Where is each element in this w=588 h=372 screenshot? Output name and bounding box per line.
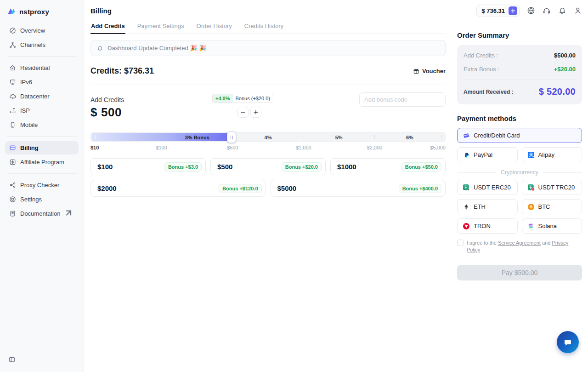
agreement-checkbox[interactable] bbox=[457, 240, 464, 246]
preset-5000-button[interactable]: $5000 Bonus +$400.0 bbox=[271, 180, 446, 197]
bonus-code-field bbox=[359, 92, 446, 107]
preset-bonus-chip: Bonus +$3.0 bbox=[164, 162, 202, 172]
preset-amount: $1000 bbox=[337, 163, 356, 171]
billing-icon bbox=[9, 144, 16, 151]
payment-method-tron[interactable]: TRON bbox=[457, 218, 518, 234]
sidebar-spacer bbox=[4, 221, 79, 354]
preset-bonus-chip: Bonus +$50.0 bbox=[401, 162, 441, 172]
slider-track[interactable]: 3% Bonus 4% 5% 6% bbox=[90, 132, 446, 142]
agreement-conjunction: and bbox=[542, 240, 550, 246]
payment-method-solana[interactable]: Solana bbox=[522, 218, 582, 234]
language-globe-icon[interactable] bbox=[527, 6, 535, 15]
sidebar-item-label: Residential bbox=[20, 64, 50, 71]
sidebar-item-label: Channels bbox=[20, 41, 45, 48]
preset-2000-button[interactable]: $2000 Bonus +$120.0 bbox=[90, 180, 266, 197]
preset-100-button[interactable]: $100 Bonus +$3.0 bbox=[90, 158, 206, 175]
sidebar-divider bbox=[7, 56, 77, 57]
sidebar-item-label: Mobile bbox=[20, 121, 38, 128]
bonus-code-input[interactable] bbox=[360, 93, 446, 106]
usdt-erc20-icon bbox=[463, 184, 470, 191]
sidebar-item-datacenter[interactable]: Datacenter bbox=[5, 90, 79, 103]
page-title: Billing bbox=[90, 7, 112, 15]
pay-button[interactable]: Pay $500.00 bbox=[457, 265, 582, 280]
payment-method-alipay[interactable]: Alipay bbox=[522, 147, 582, 162]
add-credits-block: Add Credits +4.0% Bonus (+$20.0) $500 bbox=[90, 92, 446, 126]
sidebar-item-overview[interactable]: Overview bbox=[5, 24, 79, 37]
decrease-amount-button[interactable] bbox=[237, 107, 249, 118]
brand-name: nstproxy bbox=[19, 8, 49, 16]
solana-icon bbox=[527, 223, 535, 230]
sidebar-item-documentation[interactable]: Documentation bbox=[5, 207, 79, 220]
sidebar-divider bbox=[7, 173, 77, 174]
amount-slider[interactable]: 3% Bonus 4% 5% 6% $10 $100 $500 $1,000 $… bbox=[90, 132, 446, 151]
payment-method-usdt-erc20[interactable]: USDT ERC20 bbox=[457, 180, 518, 195]
agreement-text: I agree to the Service Agreement and Pri… bbox=[467, 240, 582, 253]
top-header: Billing $ 736.31 bbox=[90, 0, 582, 19]
add-funds-button[interactable] bbox=[509, 6, 517, 15]
service-agreement-link[interactable]: Service Agreement bbox=[498, 240, 541, 246]
slider-handle[interactable] bbox=[227, 132, 236, 143]
increase-amount-button[interactable] bbox=[250, 107, 261, 118]
payment-method-card[interactable]: Credit/Debit Card bbox=[457, 128, 582, 143]
sidebar-item-channels[interactable]: Channels bbox=[5, 38, 79, 52]
payment-method-usdt-trc20[interactable]: USDT TRC20 bbox=[522, 180, 582, 195]
credit-amount-value: 500 bbox=[101, 105, 122, 120]
scale-label: $500 bbox=[227, 145, 238, 150]
tab-order-history[interactable]: Order History bbox=[196, 19, 232, 34]
scale-label: $100 bbox=[156, 145, 167, 150]
brand-logo[interactable]: nstproxy bbox=[4, 6, 79, 23]
sidebar-item-label: Overview bbox=[20, 27, 45, 34]
payment-method-btc[interactable]: B BTC bbox=[522, 199, 582, 214]
account-user-icon[interactable] bbox=[574, 6, 582, 15]
mobile-icon bbox=[9, 121, 16, 128]
payment-method-label: TRON bbox=[474, 223, 491, 229]
slider-tick bbox=[304, 135, 304, 139]
support-headset-icon[interactable] bbox=[543, 6, 551, 15]
preset-500-button[interactable]: $500 Bonus +$20.0 bbox=[210, 158, 326, 175]
announcement-banner[interactable]: Dashboard Update Completed 🎉 🎉 bbox=[90, 40, 446, 56]
preset-1000-button[interactable]: $1000 Bonus +$50.0 bbox=[330, 158, 446, 175]
tron-icon bbox=[463, 223, 470, 230]
payment-method-label: USDT ERC20 bbox=[474, 184, 511, 191]
payment-method-label: ETH bbox=[474, 203, 486, 210]
sidebar-item-ipv6[interactable]: IPv6 bbox=[5, 75, 79, 89]
amount-received-value: $ 520.00 bbox=[539, 86, 576, 97]
tab-credits-history[interactable]: Credits History bbox=[244, 19, 284, 34]
sidebar-item-settings[interactable]: Settings bbox=[5, 193, 79, 206]
notifications-bell-icon[interactable] bbox=[558, 6, 566, 15]
sidebar-item-label: IPv6 bbox=[20, 79, 32, 86]
sidebar-item-billing[interactable]: Billing bbox=[5, 141, 79, 155]
announcement-bell-icon bbox=[97, 45, 103, 52]
svg-text:B: B bbox=[529, 205, 532, 209]
sidebar-collapse-button[interactable] bbox=[6, 354, 18, 366]
sidebar-item-residential[interactable]: Residential bbox=[5, 61, 79, 74]
bonus-percent: +4.0% bbox=[213, 94, 233, 103]
slider-tick bbox=[162, 135, 162, 139]
sidebar-item-mobile[interactable]: Mobile bbox=[5, 118, 79, 132]
tab-add-credits[interactable]: Add Credits bbox=[90, 19, 125, 34]
credit-card-icon bbox=[463, 132, 470, 139]
voucher-button[interactable]: Voucher bbox=[413, 68, 446, 74]
slider-segment-label: 4% bbox=[265, 132, 272, 143]
external-link-icon bbox=[65, 210, 72, 217]
scale-label: $1,000 bbox=[296, 145, 311, 150]
amount-received-label: Amount Received : bbox=[464, 89, 514, 95]
payment-method-paypal[interactable]: PayPal bbox=[457, 147, 518, 162]
balance-pill[interactable]: $ 736.31 bbox=[476, 5, 520, 17]
sidebar-item-affiliate-program[interactable]: Affiliate Program bbox=[5, 155, 79, 169]
chat-button[interactable] bbox=[557, 331, 579, 353]
payment-method-eth[interactable]: ETH bbox=[457, 199, 518, 214]
balance-amount: $ 736.31 bbox=[481, 7, 505, 14]
billing-tabs: Add Credits Payment Settings Order Histo… bbox=[90, 19, 446, 34]
sidebar-item-isp[interactable]: ISP bbox=[5, 104, 79, 117]
summary-label: Add Credits : bbox=[464, 52, 498, 59]
affiliate-icon bbox=[9, 159, 16, 166]
tab-payment-settings[interactable]: Payment Settings bbox=[137, 19, 185, 34]
cryptocurrency-divider-label: Cryptocurrency bbox=[501, 169, 538, 176]
proxy-checker-icon bbox=[9, 182, 16, 189]
slider-tick bbox=[95, 135, 96, 139]
currency-symbol: $ bbox=[90, 105, 97, 120]
slider-fill bbox=[91, 133, 233, 141]
sidebar-item-proxy-checker[interactable]: Proxy Checker bbox=[5, 178, 79, 192]
payment-method-label: BTC bbox=[538, 203, 550, 210]
